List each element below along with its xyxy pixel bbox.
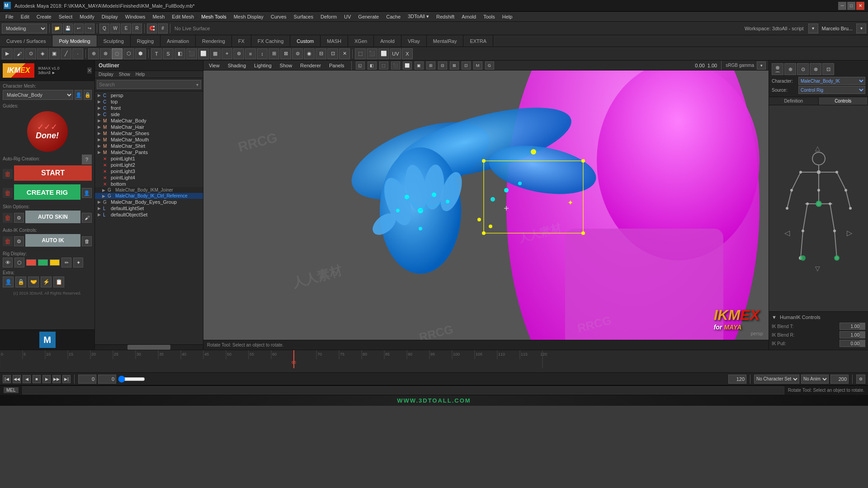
start-button[interactable]: START: [14, 165, 92, 181]
color-yellow-btn[interactable]: [50, 259, 60, 266]
icon-wireframe[interactable]: ▦: [210, 48, 221, 59]
vp-btn-8[interactable]: ⊟: [438, 61, 447, 70]
tb-btn-1[interactable]: 📁: [52, 23, 62, 33]
del-btn-3[interactable]: 🗑: [3, 213, 13, 223]
del-btn-4[interactable]: 🗑: [3, 236, 13, 246]
tab-poly-modeling[interactable]: Poly Modeling: [52, 35, 97, 47]
menu-create[interactable]: Create: [33, 13, 55, 20]
icon-bridge[interactable]: ⬢: [135, 48, 146, 59]
tree-item-malechar-eyes[interactable]: ▶ G MaleChar_Body_Eyes_Group: [95, 199, 203, 205]
m-button[interactable]: M: [39, 332, 56, 348]
icon-bevel[interactable]: T: [151, 48, 162, 59]
menu-curves[interactable]: Curves: [267, 13, 290, 20]
vp-menu-show[interactable]: Show: [277, 63, 295, 68]
close-panel-btn[interactable]: ✕: [87, 67, 92, 74]
vp-btn-10[interactable]: ⊡: [462, 61, 471, 70]
icon-fill[interactable]: ⬛: [186, 48, 197, 59]
maximize-button[interactable]: □: [847, 2, 855, 10]
vp-btn-9[interactable]: ⊠: [450, 61, 459, 70]
tab-rendering[interactable]: Rendering: [196, 35, 232, 47]
preferences-btn[interactable]: ⚙: [856, 375, 865, 384]
range-start-bar[interactable]: [118, 375, 145, 384]
vp-btn-5[interactable]: ⬜: [403, 61, 412, 70]
char-mesh-btn-1[interactable]: 👤: [75, 90, 83, 100]
workspace-expand-btn[interactable]: ▾: [808, 23, 818, 33]
vp-btn-2[interactable]: ◧: [368, 61, 377, 70]
icon-cam-3[interactable]: ⬜: [378, 48, 389, 59]
vp-menu-shading[interactable]: Shading: [225, 63, 249, 68]
source-value-select[interactable]: Control Rig: [798, 86, 865, 94]
outliner-menu-display[interactable]: Display: [99, 72, 113, 77]
ik-blend-t-slider[interactable]: [860, 323, 865, 330]
icon-relax[interactable]: ⊛: [233, 48, 244, 59]
pencil-btn[interactable]: ✏: [61, 258, 71, 267]
icon-mirror[interactable]: ⬜: [198, 48, 209, 59]
tab-animation[interactable]: Animation: [160, 35, 196, 47]
tree-item-default-light-set[interactable]: ▶ L defaultLightSet: [95, 205, 203, 211]
menu-redshift[interactable]: Redshift: [433, 13, 458, 20]
tree-item-top[interactable]: ▶ C top: [95, 99, 203, 105]
del-btn-2[interactable]: 🗑: [3, 188, 13, 198]
current-frame-input[interactable]: [78, 375, 96, 384]
command-input[interactable]: [22, 386, 784, 394]
tree-item-malechar-body[interactable]: ▶ M MaleChar_Body: [95, 117, 203, 124]
color-red-btn[interactable]: [26, 259, 36, 266]
menu-deform[interactable]: Deform: [317, 13, 340, 20]
vp-btn-12[interactable]: G: [485, 61, 494, 70]
viewport-scene[interactable]: ✦ RRCG 人人素材 RRCG 人人素材 RRCG persp IKMEX f…: [203, 70, 769, 340]
vp-btn-6[interactable]: ▣: [415, 61, 424, 70]
vp-btn-11[interactable]: M: [473, 61, 482, 70]
icon-smooth[interactable]: ◌: [112, 48, 123, 59]
icon-append[interactable]: ◧: [175, 48, 185, 59]
rp-btn-2[interactable]: ⊕: [784, 63, 796, 75]
gamma-expand[interactable]: ▾: [757, 61, 766, 70]
tree-item-bottom[interactable]: ✕ bottom: [95, 181, 203, 187]
gear-btn-1[interactable]: ⚙: [14, 213, 24, 223]
tree-item-pointlight3[interactable]: ✕ pointLight3: [95, 168, 203, 174]
menu-tools[interactable]: Tools: [480, 13, 499, 20]
close-button[interactable]: ✕: [856, 2, 864, 10]
vp-btn-7[interactable]: ⊞: [426, 61, 435, 70]
vp-menu-panels[interactable]: Panels: [326, 63, 347, 68]
tree-item-pointlight2[interactable]: ✕ pointLight2: [95, 162, 203, 168]
humanik-title[interactable]: ▼ HumanIK Controls: [772, 314, 865, 320]
vp-btn-3[interactable]: ⬚: [379, 61, 388, 70]
menu-surfaces[interactable]: Surfaces: [290, 13, 317, 20]
auto-ik-button[interactable]: AUTO IK: [25, 234, 80, 247]
tb-scale-btn[interactable]: R: [132, 23, 142, 33]
tree-item-malechar-ctrl-ref[interactable]: ▶ G MaleChar_Body_IK_Ctrl_Reference: [95, 193, 203, 199]
tab-vray[interactable]: VRay: [401, 35, 427, 47]
trans-next-btn[interactable]: ▶▶: [52, 375, 61, 383]
tree-item-pointlight4[interactable]: ✕ pointLight4: [95, 174, 203, 181]
tree-item-malechar-shoes[interactable]: ▶ M MaleChar_Shoes: [95, 130, 203, 136]
icon-offset[interactable]: ⊟: [316, 48, 326, 59]
menu-cache[interactable]: Cache: [382, 13, 404, 20]
icon-edge[interactable]: ╱: [61, 48, 71, 59]
menu-select[interactable]: Select: [55, 13, 76, 20]
tree-item-malechar-joiner[interactable]: ▶ G MaleChar_Body_IKM_Joiner: [95, 187, 203, 193]
char-mesh-btn-2[interactable]: 🔒: [84, 90, 92, 100]
menu-display[interactable]: Display: [98, 13, 122, 20]
icon-slide[interactable]: ↕: [257, 48, 268, 59]
trans-play-btn[interactable]: ▶: [42, 375, 51, 383]
icon-uv[interactable]: UV: [390, 48, 401, 59]
icon-cut[interactable]: S: [163, 48, 174, 59]
create-rig-button[interactable]: CREATE RIG: [14, 184, 80, 200]
outliner-search-input[interactable]: [97, 80, 201, 89]
menu-mesh-display[interactable]: Mesh Display: [230, 13, 267, 20]
tree-item-default-object-set[interactable]: ▶ L defaultObjectSet: [95, 211, 203, 218]
minimize-button[interactable]: ─: [838, 2, 846, 10]
icon-select[interactable]: ▶: [2, 48, 13, 59]
vp-menu-lighting[interactable]: Lighting: [251, 63, 274, 68]
icon-snap-vert[interactable]: ⌖: [222, 48, 232, 59]
menu-mesh-tools[interactable]: Mesh Tools: [198, 13, 230, 20]
icon-cam-1[interactable]: ⬚: [355, 48, 366, 59]
tab-fx[interactable]: FX: [232, 35, 251, 47]
menu-generate[interactable]: Generate: [354, 13, 382, 20]
icon-cam-2[interactable]: ⬛: [367, 48, 377, 59]
outliner-scroll-bar[interactable]: [95, 344, 203, 350]
tree-item-malechar-shirt[interactable]: ▶ M MaleChar_Shirt: [95, 143, 203, 149]
tab-mentalray[interactable]: MentalRay: [427, 35, 464, 47]
tb-select-btn[interactable]: Q: [99, 23, 109, 33]
help-btn-1[interactable]: ?: [82, 155, 92, 164]
